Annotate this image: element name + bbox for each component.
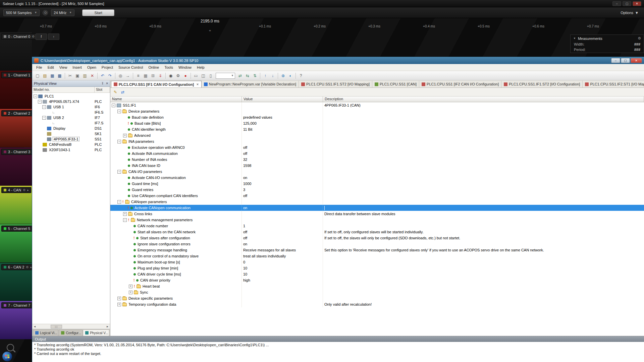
maximize-button[interactable]: ▢ <box>621 58 630 63</box>
gear-icon[interactable]: ⚙ <box>23 188 25 192</box>
grid-row[interactable]: Baud rate definitionpredefined values <box>110 114 644 120</box>
output-header[interactable]: Output <box>32 336 644 342</box>
help-icon[interactable]: ? <box>298 72 304 79</box>
grid-row[interactable]: Number of INA nodes32 <box>110 157 644 163</box>
grid-row[interactable]: +Advanced <box>110 132 644 138</box>
grid-row[interactable]: CAN driver cycle time [ms]10 <box>110 271 644 277</box>
trigger-edge-icon[interactable]: ↑ <box>48 34 59 40</box>
maximize-button[interactable]: ▢ <box>623 1 631 6</box>
settings-icon[interactable]: ⚙ <box>175 72 181 79</box>
view-tab-2[interactable]: Configur... <box>59 329 83 336</box>
grid-row[interactable]: −!Network management parameters <box>110 217 644 223</box>
expand-icon[interactable]: + <box>123 134 127 137</box>
grid-row[interactable]: CAN identifier length11 Bit <box>110 126 644 132</box>
grid-row[interactable]: −!CANopen parameters <box>110 199 644 205</box>
menu-help[interactable]: Help <box>194 65 207 70</box>
grid-row[interactable]: +Device specific parameters <box>110 295 644 301</box>
save-all-icon[interactable]: ▩ <box>56 72 63 79</box>
gear-icon[interactable]: ⚙ <box>32 35 35 38</box>
tree-row[interactable]: −PLC1 <box>32 94 110 99</box>
grid-row[interactable]: Guard time [ms]1000 <box>110 181 644 187</box>
view-tab-3[interactable]: Physical V... <box>83 329 109 336</box>
grid-value-cell[interactable] <box>242 102 323 108</box>
tab-close-icon[interactable]: ✕ <box>196 83 199 86</box>
insert-row-icon[interactable]: ≡ <box>135 72 142 79</box>
grid-row[interactable]: Activate CAN-I/O communicationon <box>110 175 644 181</box>
tree-row[interactable]: DisplayDS1 <box>32 126 110 131</box>
grid-value-cell[interactable]: on <box>242 241 323 247</box>
sort-asc-icon[interactable]: ↑ <box>262 72 269 79</box>
grid-value-cell[interactable] <box>242 108 323 114</box>
grid-row[interactable]: !Start slaves after configurationoffIf s… <box>110 235 644 241</box>
calculator-icon[interactable]: ⊞ <box>150 72 156 79</box>
close-button[interactable]: ✕ <box>631 58 642 63</box>
expand-icon[interactable]: + <box>117 303 121 306</box>
tree-row[interactable]: −USB 1IF6 <box>32 104 110 110</box>
grid-value-cell[interactable]: off <box>242 144 323 150</box>
expand-icon[interactable]: + <box>123 212 127 216</box>
channel-label[interactable]: 6 - CAN 2⚙▸ <box>1 264 34 270</box>
samples-dropdown[interactable]: 500 M Samples ▼ <box>3 9 40 16</box>
grid-value-cell[interactable] <box>242 169 323 175</box>
gear-icon[interactable]: ⚙ <box>26 265 29 269</box>
table-icon[interactable]: ▦ <box>142 72 149 79</box>
info-icon[interactable]: ◐ <box>287 72 294 79</box>
collapse-icon[interactable]: − <box>117 170 121 174</box>
grid-value-cell[interactable]: on <box>242 175 323 181</box>
rate-dropdown[interactable]: 24 MHz ▼ <box>51 9 74 16</box>
grid-value-cell[interactable] <box>242 211 323 217</box>
grid-value-cell[interactable]: off <box>242 229 323 235</box>
gear-icon[interactable]: ⚙ <box>638 36 641 41</box>
menu-window[interactable]: Window <box>176 65 194 70</box>
menu-view[interactable]: View <box>57 65 70 70</box>
link-icon[interactable]: ⇄ <box>237 72 244 79</box>
tree-row[interactable]: −USB 2IF7 <box>32 115 110 120</box>
grid-row[interactable]: !Activate CANopen communicationon <box>110 205 644 211</box>
layout-icon[interactable]: ◫ <box>200 72 207 79</box>
chevron-right-icon[interactable]: ▸ <box>27 188 29 192</box>
collapse-icon[interactable]: − <box>123 218 127 222</box>
grid-value-cell[interactable]: 1000 <box>242 181 323 187</box>
grid-row[interactable]: Plug and play timer [min]10 <box>110 265 644 271</box>
timeline[interactable]: 2195.0 ms + +0.7 ms+0.8 ms+0.9 ms+0.1 ms… <box>0 18 644 32</box>
close-icon[interactable]: ✕ <box>106 82 108 85</box>
edit-value-icon[interactable]: ✎ <box>112 89 118 95</box>
grid-row[interactable]: Guard retries3 <box>110 187 644 193</box>
grid-value-cell[interactable]: 1 <box>242 223 323 229</box>
delete-icon[interactable]: ✕ <box>89 72 96 79</box>
grid-row[interactable]: +Sync <box>110 289 644 295</box>
tree-row[interactable]: X20IF1043-1PLC <box>32 147 110 153</box>
tab-1[interactable]: PLC1.CPU.SS1 [IF1 CAN I/O Configuration]… <box>111 81 202 87</box>
collapse-icon[interactable]: − <box>117 110 121 113</box>
minimize-button[interactable]: – <box>612 1 621 6</box>
menu-insert[interactable]: Insert <box>70 65 85 70</box>
compare-icon[interactable]: ⇆ <box>244 72 251 79</box>
grid-row[interactable]: +!Heart beat <box>110 283 644 289</box>
sort-desc-icon[interactable]: ↓ <box>269 72 276 79</box>
expand-icon[interactable]: + <box>117 297 121 300</box>
tree-row[interactable]: −4PP065.0571-X74PLC <box>32 99 110 104</box>
save-icon[interactable]: ▦ <box>49 72 56 79</box>
grid-row[interactable]: Ignore slave configuration errorson <box>110 241 644 247</box>
menu-source-control[interactable]: Source Control <box>116 65 146 70</box>
expand-icon[interactable]: + <box>129 285 132 288</box>
paste-icon[interactable]: ▥ <box>82 72 88 79</box>
grid-value-cell[interactable]: Receive messages for all slaves <box>242 247 323 253</box>
collapse-icon[interactable]: − <box>117 200 121 204</box>
grid-value-cell[interactable]: high <box>242 277 323 283</box>
windows-start-button[interactable] <box>2 351 13 362</box>
menu-project[interactable]: Project <box>99 65 116 70</box>
grid-value-cell[interactable]: 0 <box>242 259 323 265</box>
open-project-icon[interactable]: ▤ <box>42 72 48 79</box>
tab-3[interactable]: PLC1.CPU.SS1.IF1.ST2 [I/O Mapping] <box>299 81 372 87</box>
grid-value-cell[interactable]: 10 <box>242 271 323 277</box>
grid-value-cell[interactable]: 3 <box>242 187 323 193</box>
frame-icon[interactable]: ▭ <box>193 72 199 79</box>
tab-4[interactable]: PLC1.CPU.SS1 [CAN] <box>372 81 419 87</box>
tab-6[interactable]: PLC1.CPU.SS1.IF1.ST2 [I/O Configuration] <box>501 81 583 87</box>
copy-icon[interactable]: ▣ <box>74 72 81 79</box>
collapse-icon[interactable]: − <box>42 116 46 120</box>
transfer-icon[interactable]: ⇓ <box>157 72 164 79</box>
grid-row[interactable]: Use CANopen compliant CAN identifiersoff <box>110 193 644 199</box>
sync-icon[interactable]: ⇅ <box>252 72 258 79</box>
